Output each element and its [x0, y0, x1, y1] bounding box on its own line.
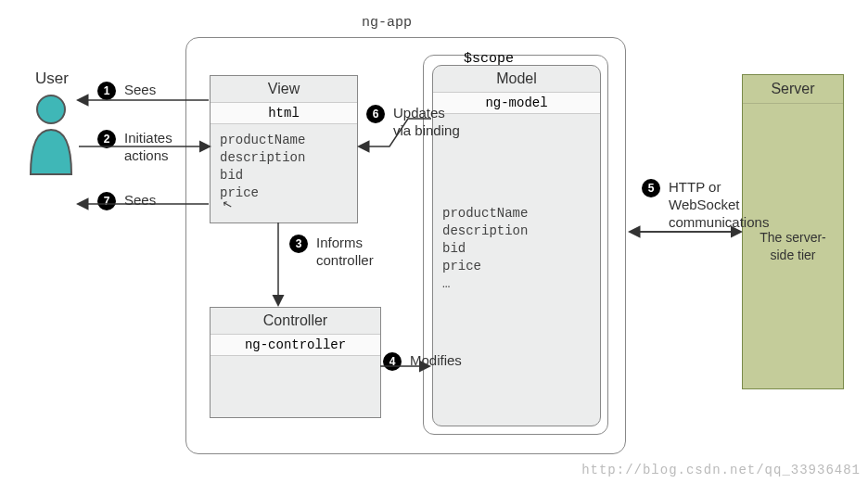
model-fields: productName description bid price …: [433, 197, 600, 299]
scope-label: $scope: [464, 51, 514, 67]
step-7-text: Sees: [124, 192, 156, 210]
model-title: Model: [433, 66, 600, 92]
step-3-text: Informs controller: [316, 235, 374, 270]
step-1-badge: 1: [97, 82, 116, 100]
view-subtitle: html: [211, 102, 357, 124]
step-1-text: Sees: [124, 82, 156, 99]
server-body: The server-side tier: [743, 104, 843, 388]
svg-point-0: [37, 95, 65, 123]
view-fields: productName description bid price: [211, 124, 357, 210]
step-6-text: Updates via binding: [393, 105, 460, 140]
server-box: Server The server-side tier: [742, 74, 844, 389]
step-5: 5 HTTP or WebSocket communications: [642, 179, 769, 231]
user-icon: [28, 93, 74, 176]
step-7-badge: 7: [97, 192, 116, 210]
step-4-text: Modifies: [410, 352, 462, 370]
view-title: View: [211, 76, 357, 102]
step-6: 6 Updates via binding: [366, 105, 460, 140]
server-title: Server: [743, 75, 843, 104]
step-6-badge: 6: [366, 105, 385, 123]
user-label: User: [35, 70, 69, 88]
step-2-text: Initiates actions: [124, 130, 172, 165]
ngapp-label: ng-app: [362, 15, 412, 31]
step-3: 3 Informs controller: [289, 235, 374, 270]
step-2-badge: 2: [97, 130, 116, 148]
controller-title: Controller: [211, 308, 380, 334]
step-5-badge: 5: [642, 179, 660, 197]
watermark: http://blog.csdn.net/qq_33936481: [581, 463, 861, 477]
ngapp-container: View html productName description bid pr…: [185, 37, 626, 454]
step-3-badge: 3: [289, 235, 308, 253]
step-2: 2 Initiates actions: [97, 130, 172, 165]
controller-box: Controller ng-controller: [210, 307, 381, 418]
controller-subtitle: ng-controller: [211, 334, 380, 356]
step-1: 1 Sees: [97, 82, 156, 100]
step-5-text: HTTP or WebSocket communications: [669, 179, 769, 231]
step-4: 4 Modifies: [383, 352, 462, 371]
step-4-badge: 4: [383, 352, 402, 371]
step-7: 7 Sees: [97, 192, 156, 210]
